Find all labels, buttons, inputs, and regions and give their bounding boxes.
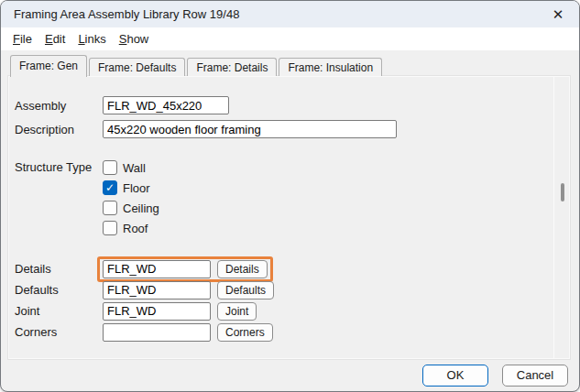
- details-row: Details Details: [15, 258, 569, 279]
- menu-show[interactable]: Show: [113, 30, 156, 48]
- menu-links[interactable]: Links: [71, 30, 112, 48]
- corners-input[interactable]: [103, 323, 211, 342]
- floor-label: Floor: [123, 181, 150, 195]
- menu-edit[interactable]: Edit: [38, 30, 71, 48]
- cancel-button[interactable]: Cancel: [502, 365, 568, 387]
- description-label: Description: [15, 123, 103, 136]
- structure-type-group: Structure Type Wall ✓ Floor Ceiling: [15, 158, 569, 238]
- defaults-input[interactable]: [103, 281, 211, 299]
- dialog-footer: OK Cancel: [1, 359, 579, 391]
- corners-label: Corners: [15, 325, 103, 339]
- defaults-row: Defaults Defaults: [15, 279, 569, 300]
- vertical-scrollbar[interactable]: [553, 77, 569, 358]
- checkbox-row-wall[interactable]: Wall: [103, 158, 159, 178]
- tab-frame-insulation[interactable]: Frame: Insulation: [279, 58, 382, 76]
- check-icon: ✓: [105, 182, 115, 193]
- details-input[interactable]: [103, 260, 211, 278]
- roof-checkbox[interactable]: [103, 221, 117, 235]
- corners-row: Corners Corners: [15, 321, 569, 343]
- joint-row: Joint Joint: [15, 300, 569, 321]
- joint-button[interactable]: Joint: [217, 302, 257, 321]
- corners-button[interactable]: Corners: [217, 323, 273, 342]
- wall-label: Wall: [123, 161, 146, 175]
- joint-label: Joint: [15, 304, 103, 318]
- menu-bar: File Edit Links Show: [1, 27, 579, 50]
- ceiling-checkbox[interactable]: [103, 201, 117, 215]
- dialog-framing-assembly-library: Framing Area Assembly Library Row 19/48 …: [0, 0, 580, 392]
- tab-label: Frame: Defaults: [98, 61, 176, 74]
- title-bar: Framing Area Assembly Library Row 19/48 …: [1, 1, 579, 27]
- close-icon: ✕: [553, 6, 564, 23]
- details-label: Details: [15, 262, 103, 276]
- assembly-row: Assembly: [15, 95, 569, 115]
- tab-label: Frame: Gen: [19, 60, 78, 72]
- tab-frame-details[interactable]: Frame: Details: [187, 58, 277, 76]
- checkbox-row-ceiling[interactable]: Ceiling: [103, 198, 159, 218]
- checkbox-row-roof[interactable]: Roof: [103, 218, 159, 238]
- tab-strip: Frame: Gen Frame: Defaults Frame: Detail…: [1, 54, 579, 76]
- tab-label: Frame: Insulation: [288, 61, 373, 74]
- defaults-label: Defaults: [15, 283, 103, 297]
- tab-page-frame-gen: Assembly Description Structure Type Wall…: [8, 76, 570, 359]
- scrollbar-thumb[interactable]: [561, 183, 564, 201]
- description-input[interactable]: [103, 120, 397, 138]
- tab-frame-gen[interactable]: Frame: Gen: [10, 55, 87, 77]
- defaults-button[interactable]: Defaults: [217, 281, 274, 299]
- checkbox-row-floor[interactable]: ✓ Floor: [103, 178, 159, 198]
- menu-file[interactable]: File: [6, 30, 38, 48]
- structure-type-options: Wall ✓ Floor Ceiling Roof: [103, 158, 159, 238]
- description-row: Description: [15, 119, 569, 139]
- tab-label: Frame: Details: [196, 61, 268, 74]
- link-rows: Details Details Defaults Defaults Joint …: [15, 258, 569, 343]
- assembly-input[interactable]: [103, 96, 229, 114]
- corners-field-group: Corners: [97, 320, 279, 345]
- floor-checkbox[interactable]: ✓: [103, 180, 117, 195]
- tab-frame-defaults[interactable]: Frame: Defaults: [89, 58, 185, 76]
- window-title: Framing Area Assembly Library Row 19/48: [14, 7, 239, 21]
- structure-type-label: Structure Type: [15, 158, 103, 238]
- details-button[interactable]: Details: [217, 260, 268, 278]
- ceiling-label: Ceiling: [123, 201, 159, 215]
- ok-button[interactable]: OK: [422, 365, 488, 387]
- roof-label: Roof: [123, 222, 148, 235]
- joint-input[interactable]: [103, 302, 211, 321]
- assembly-label: Assembly: [15, 99, 103, 113]
- close-button[interactable]: ✕: [537, 1, 579, 27]
- wall-checkbox[interactable]: [103, 160, 117, 175]
